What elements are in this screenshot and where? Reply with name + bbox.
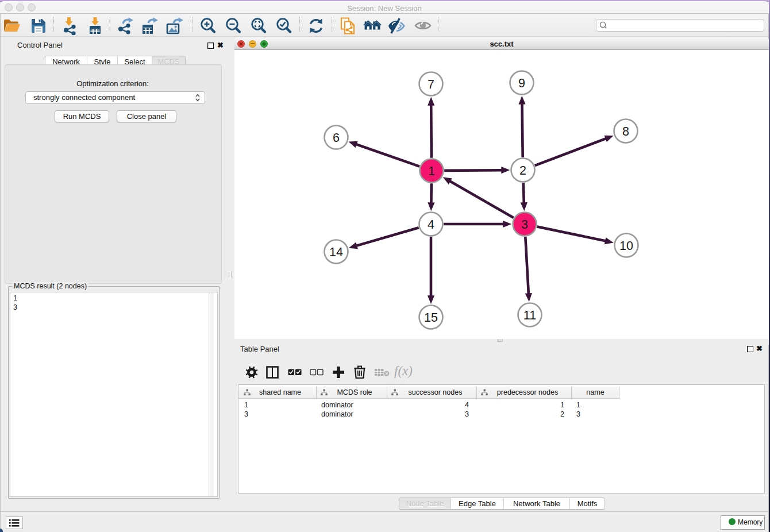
svg-text:10: 10 — [619, 239, 633, 253]
svg-text:9: 9 — [518, 76, 525, 90]
svg-text:11: 11 — [523, 309, 536, 322]
svg-text:2: 2 — [519, 164, 526, 178]
svg-text:6: 6 — [333, 131, 340, 145]
svg-text:1: 1 — [428, 164, 435, 178]
svg-text:14: 14 — [329, 245, 343, 259]
svg-text:8: 8 — [622, 125, 629, 138]
svg-text:7: 7 — [428, 78, 434, 91]
svg-text:15: 15 — [424, 311, 438, 325]
svg-text:3: 3 — [521, 218, 528, 232]
svg-text:4: 4 — [428, 218, 434, 232]
